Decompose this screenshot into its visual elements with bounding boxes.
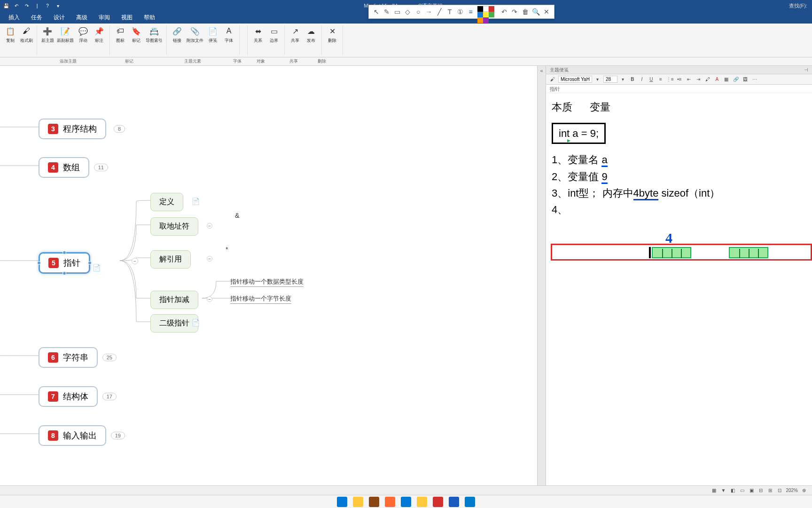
pen-icon[interactable]: ✎ xyxy=(383,8,390,16)
mindmap[interactable]: 3程序结构84数组115指针📄6字符串257结构体178输入输出19−定义📄取地… xyxy=(0,66,381,497)
taskbar-app-icon[interactable] xyxy=(401,497,411,507)
ribbon-button[interactable]: ☁发布 xyxy=(304,25,318,55)
mindmap-subnode[interactable]: 取地址符 xyxy=(150,217,198,236)
notes-pin-icon[interactable]: ⊣ xyxy=(804,67,808,72)
mindmap-canvas[interactable]: 3程序结构84数组115指针📄6字符串257结构体178输入输出19−定义📄取地… xyxy=(0,66,538,497)
redo-annot-icon[interactable]: ↷ xyxy=(511,8,518,16)
ribbon-button[interactable]: 📝新副标题 xyxy=(57,25,74,55)
table-icon[interactable]: ▦ xyxy=(723,76,730,83)
collapse-icon[interactable]: ⊟ xyxy=(757,487,764,494)
zoom-fit-icon[interactable]: ⊡ xyxy=(776,487,783,494)
outdent-icon[interactable]: ⇤ xyxy=(685,76,693,83)
list-icon[interactable]: ⋮≡ xyxy=(666,76,674,83)
mindmap-node[interactable]: 4数组11 xyxy=(39,157,89,178)
ribbon-button[interactable]: 📄便笺 xyxy=(206,25,219,55)
search-annot-icon[interactable]: 🔍 xyxy=(532,8,540,16)
ribbon-button[interactable]: ✕删除 xyxy=(326,25,339,55)
cursor-icon[interactable]: ↖ xyxy=(373,8,380,16)
diamond-icon[interactable]: ◇ xyxy=(404,8,412,16)
arrow-icon[interactable]: → xyxy=(425,8,432,16)
ribbon-button[interactable]: ▭边界 xyxy=(267,25,281,55)
collapse-button[interactable]: − xyxy=(207,223,212,229)
text-icon[interactable]: T xyxy=(446,8,453,16)
size-dropdown-icon[interactable]: ▾ xyxy=(619,76,627,83)
expand-icon[interactable]: ⊞ xyxy=(767,487,773,494)
undo-annot-icon[interactable]: ↶ xyxy=(500,8,508,16)
save-icon[interactable]: 💾 xyxy=(2,1,10,10)
node-count-badge[interactable]: 25 xyxy=(102,354,117,361)
circle-icon[interactable]: ○ xyxy=(414,8,422,16)
highlight-icon[interactable]: 🖍 xyxy=(704,76,711,83)
explorer-icon[interactable] xyxy=(353,497,363,507)
filter-icon[interactable]: ▼ xyxy=(720,487,726,494)
mindmap-leaf[interactable]: 指针移动一个数据类型长度 xyxy=(230,278,304,287)
view-icon-1[interactable]: ▦ xyxy=(710,487,717,494)
mindmap-node[interactable]: 8输入输出19 xyxy=(39,425,106,446)
font-color-icon[interactable]: A xyxy=(713,76,721,83)
ribbon-button[interactable]: 🖌格式刷 xyxy=(20,25,33,55)
node-count-badge[interactable]: 19 xyxy=(111,432,125,439)
ribbon-button[interactable]: 🔗链接 xyxy=(171,25,184,55)
indent-icon[interactable]: ⇥ xyxy=(695,76,702,83)
ribbon-button[interactable]: 💬浮动 xyxy=(77,25,90,55)
color-yellow[interactable] xyxy=(483,12,489,17)
collapse-button[interactable]: − xyxy=(132,258,138,264)
ribbon-button[interactable]: ➕新主题 xyxy=(41,25,54,55)
color-blue[interactable] xyxy=(477,12,483,17)
ribbon-button[interactable]: 🏷图标 xyxy=(114,25,127,55)
mindmap-subnode[interactable]: 指针加减 xyxy=(150,291,198,309)
collapse-button[interactable]: − xyxy=(207,296,212,302)
search-label[interactable]: 查找(F): xyxy=(789,2,807,9)
ribbon-button[interactable]: ↗共享 xyxy=(289,25,302,55)
color-red[interactable] xyxy=(489,6,494,12)
selection-handle[interactable] xyxy=(37,261,41,265)
qat-dropdown-icon[interactable]: ▾ xyxy=(54,1,62,10)
paint-icon[interactable]: 🖌 xyxy=(549,76,556,83)
selection-handle[interactable] xyxy=(62,251,66,254)
menu-view[interactable]: 视图 xyxy=(117,12,137,24)
align-icon[interactable]: ≡ xyxy=(657,76,664,83)
mindmap-node[interactable]: 7结构体17 xyxy=(39,386,98,407)
node-count-badge[interactable]: 17 xyxy=(102,393,117,400)
trash-icon[interactable]: 🗑 xyxy=(522,8,529,16)
undo-icon[interactable]: ↶ xyxy=(12,1,21,10)
underline-icon[interactable]: U xyxy=(648,76,655,83)
view-icon-3[interactable]: ▭ xyxy=(739,487,745,494)
ribbon-button[interactable]: ⬌关系 xyxy=(251,25,265,55)
node-count-badge[interactable]: 8 xyxy=(114,125,125,133)
line-icon[interactable]: ╱ xyxy=(436,8,443,16)
node-count-badge[interactable]: 11 xyxy=(94,164,108,171)
number-icon[interactable]: ① xyxy=(456,8,464,16)
mindmap-node[interactable]: 6字符串25 xyxy=(39,347,98,368)
note-icon[interactable]: 📄 xyxy=(192,319,199,326)
close-annot-icon[interactable]: ✕ xyxy=(543,8,550,16)
color-green[interactable] xyxy=(489,12,494,17)
ribbon-button[interactable]: 🔖标记 xyxy=(130,25,143,55)
note-icon[interactable]: 📄 xyxy=(192,198,199,205)
mindmap-subnode[interactable]: 二级指针 xyxy=(150,314,198,333)
menu-review[interactable]: 审阅 xyxy=(94,12,115,24)
ribbon-button[interactable]: A字体 xyxy=(222,25,235,55)
color-palette[interactable] xyxy=(477,6,498,17)
mindmap-node[interactable]: 5指针📄 xyxy=(39,252,90,274)
ribbon-button[interactable]: 📎附加文件 xyxy=(187,25,203,55)
italic-icon[interactable]: I xyxy=(638,76,646,83)
zoom-value[interactable]: 202% xyxy=(786,488,798,493)
zoom-slider-icon[interactable]: ⊕ xyxy=(801,487,807,494)
taskbar-app-icon[interactable] xyxy=(369,497,379,507)
ribbon-button[interactable]: 📌标注 xyxy=(93,25,106,55)
menu-help[interactable]: 帮助 xyxy=(139,12,160,24)
menu-design[interactable]: 设计 xyxy=(49,12,70,24)
menu-task[interactable]: 任务 xyxy=(26,12,47,24)
mindmap-subnode[interactable]: 定义 xyxy=(150,193,183,211)
selection-handle[interactable] xyxy=(88,261,92,265)
menu-advanced[interactable]: 高级 xyxy=(71,12,92,24)
eraser-icon[interactable]: ≡ xyxy=(467,8,474,16)
image-icon[interactable]: 🖼 xyxy=(742,76,749,83)
size-select[interactable]: 28 xyxy=(603,76,617,83)
word-icon[interactable] xyxy=(449,497,459,507)
taskbar-app-icon[interactable] xyxy=(385,497,395,507)
font-select[interactable]: Microsoft YaH xyxy=(558,76,592,83)
view-icon-4[interactable]: ▣ xyxy=(748,487,755,494)
color-black[interactable] xyxy=(477,6,483,12)
